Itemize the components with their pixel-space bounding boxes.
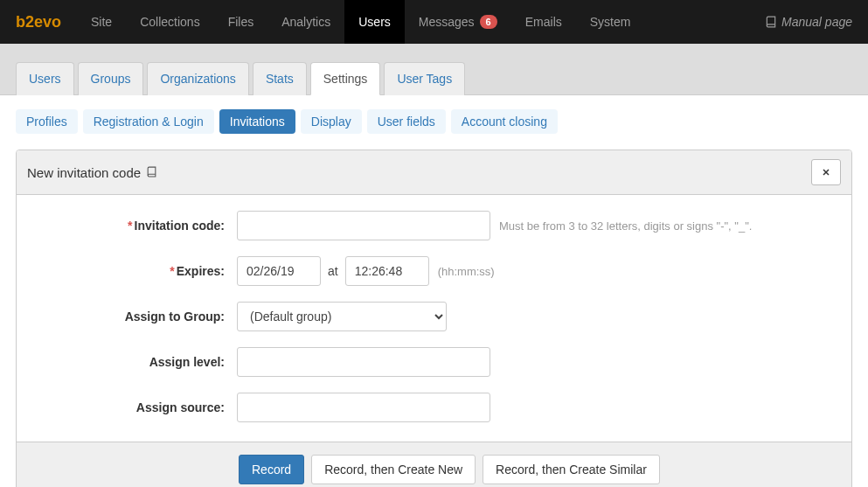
label-level: Assign level:	[36, 355, 237, 369]
nav-site[interactable]: Site	[77, 0, 126, 44]
book-icon	[765, 16, 777, 28]
row-expires: *Expires: at (hh:mm:ss)	[36, 256, 832, 286]
pill-registration-login[interactable]: Registration & Login	[83, 109, 214, 134]
nav-files[interactable]: Files	[214, 0, 268, 44]
nav-emails[interactable]: Emails	[511, 0, 576, 44]
assign-group-select[interactable]: (Default group)	[237, 302, 447, 331]
nav-system[interactable]: System	[576, 0, 645, 44]
messages-badge: 6	[480, 15, 497, 29]
required-marker: *	[128, 219, 132, 233]
nav-analytics[interactable]: Analytics	[267, 0, 344, 44]
help-expires: (hh:mm:ss)	[438, 265, 495, 278]
brand-logo[interactable]: b2evo	[0, 0, 77, 44]
tab-groups[interactable]: Groups	[78, 62, 144, 95]
manual-page-label: Manual page	[781, 15, 852, 29]
nav-messages[interactable]: Messages 6	[405, 0, 511, 44]
panel-header: New invitation code	[17, 150, 851, 195]
expires-date-input[interactable]	[237, 256, 321, 286]
nav-users[interactable]: Users	[344, 0, 405, 44]
invitation-panel: New invitation code *Invitation code: Mu…	[16, 150, 852, 487]
row-source: Assign source:	[36, 393, 832, 422]
pill-profiles[interactable]: Profiles	[16, 109, 78, 134]
expires-time-input[interactable]	[345, 256, 429, 286]
pill-display[interactable]: Display	[301, 109, 362, 134]
record-then-create-similar-button[interactable]: Record, then Create Similar	[483, 455, 660, 484]
tab-organizations[interactable]: Organizations	[147, 62, 248, 95]
subnav: Users Groups Organizations Stats Setting…	[0, 44, 868, 95]
book-icon[interactable]	[146, 165, 157, 180]
help-invitation-code: Must be from 3 to 32 letters, digits or …	[499, 219, 752, 233]
content-area: Profiles Registration & Login Invitation…	[0, 95, 868, 487]
record-then-create-new-button[interactable]: Record, then Create New	[311, 455, 476, 484]
record-button[interactable]: Record	[239, 455, 304, 484]
pill-account-closing[interactable]: Account closing	[451, 109, 558, 134]
label-source: Assign source:	[36, 400, 237, 414]
row-group: Assign to Group: (Default group)	[36, 302, 832, 331]
pill-invitations[interactable]: Invitations	[219, 109, 295, 134]
close-icon	[821, 167, 831, 177]
panel-body: *Invitation code: Must be from 3 to 32 l…	[17, 195, 851, 442]
invitation-code-input[interactable]	[237, 211, 490, 240]
tabs-secondary: Profiles Registration & Login Invitation…	[16, 109, 852, 134]
label-group: Assign to Group:	[36, 310, 237, 324]
tab-user-tags[interactable]: User Tags	[384, 62, 465, 95]
assign-level-input[interactable]	[237, 347, 490, 377]
tab-stats[interactable]: Stats	[253, 62, 307, 95]
topnav: b2evo Site Collections Files Analytics U…	[0, 0, 868, 44]
tabs-primary: Users Groups Organizations Stats Setting…	[16, 61, 852, 94]
nav-messages-label: Messages	[419, 15, 475, 29]
row-level: Assign level:	[36, 347, 832, 377]
panel-title: New invitation code	[27, 165, 141, 180]
tab-settings[interactable]: Settings	[310, 62, 381, 95]
expires-at-label: at	[328, 264, 338, 278]
nav-collections[interactable]: Collections	[126, 0, 213, 44]
tab-users[interactable]: Users	[16, 62, 74, 95]
close-button[interactable]	[811, 159, 841, 185]
assign-source-input[interactable]	[237, 393, 490, 422]
pill-user-fields[interactable]: User fields	[367, 109, 446, 134]
required-marker: *	[170, 264, 174, 278]
label-invitation-code: *Invitation code:	[36, 219, 237, 233]
label-expires: *Expires:	[36, 264, 237, 278]
panel-footer: Record Record, then Create New Record, t…	[17, 442, 851, 487]
row-invitation-code: *Invitation code: Must be from 3 to 32 l…	[36, 211, 832, 240]
manual-page-link[interactable]: Manual page	[749, 0, 868, 44]
